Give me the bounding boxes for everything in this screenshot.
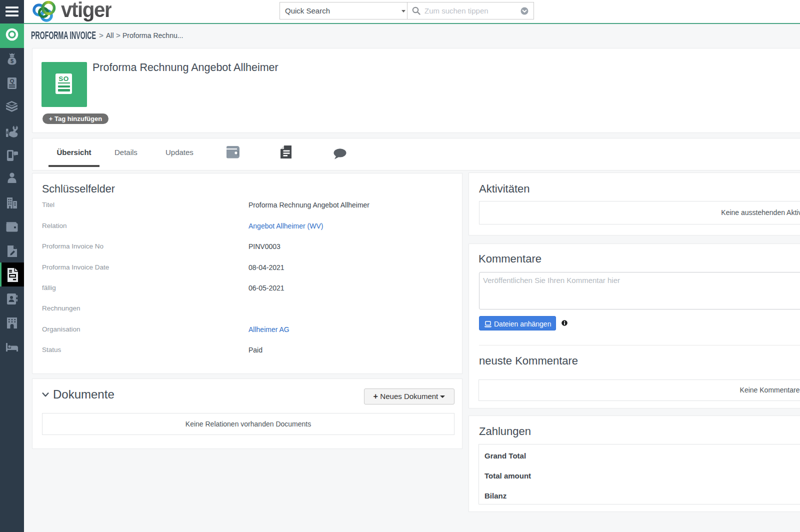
svg-text:Q: Q [10, 78, 14, 84]
svg-text:$: $ [10, 58, 14, 64]
